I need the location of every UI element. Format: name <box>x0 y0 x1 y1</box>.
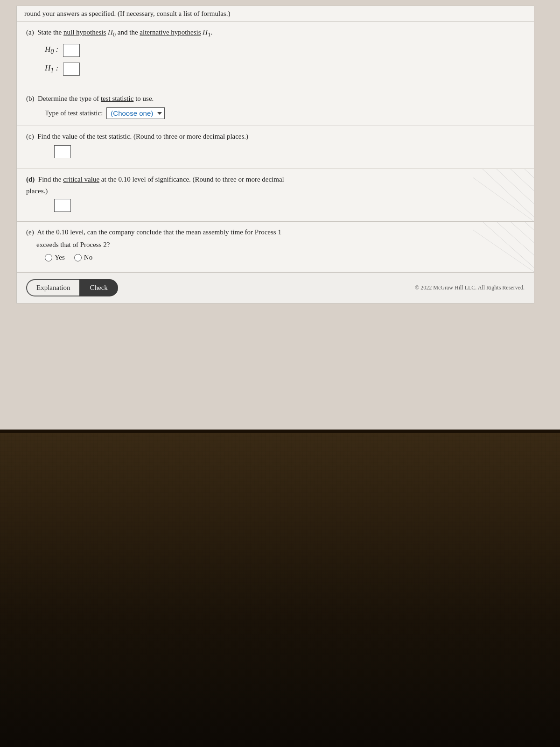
h0-label: H0 : <box>45 45 58 56</box>
keyboard-area <box>0 430 560 747</box>
section-a-label: (a) State the null hypothesis H0 and the… <box>26 28 525 38</box>
svg-line-8 <box>525 222 534 230</box>
svg-line-7 <box>511 222 534 243</box>
diagonal-lines-decoration-e <box>473 222 534 272</box>
section-e-label: (e) At the 0.10 level, can the company c… <box>26 228 525 236</box>
section-e-label2: exceeds that of Process 2? <box>26 241 525 249</box>
section-b: (b) Determine the type of test statistic… <box>17 88 534 126</box>
copyright-text: © 2022 McGraw Hill LLC. All Rights Reser… <box>415 284 525 291</box>
no-radio-circle[interactable] <box>74 254 82 261</box>
svg-line-0 <box>483 169 534 217</box>
test-statistic-input[interactable] <box>54 145 71 158</box>
section-d-label: (d) Find the critical value at the 0.10 … <box>26 176 525 183</box>
critical-value-input[interactable] <box>54 199 71 212</box>
h0-input[interactable] <box>63 44 80 57</box>
section-e: (e) At the 0.10 level, can the company c… <box>17 222 534 272</box>
svg-line-3 <box>525 169 534 178</box>
yes-label: Yes <box>55 254 65 261</box>
dropdown-label: Type of test statistic: <box>45 109 103 117</box>
check-button[interactable]: Check <box>79 279 118 296</box>
yes-radio-item[interactable]: Yes <box>45 254 65 261</box>
svg-line-4 <box>473 178 534 221</box>
section-c-label: (c) Find the value of the test statistic… <box>26 133 525 141</box>
section-c: (c) Find the value of the test statistic… <box>17 126 534 169</box>
bottom-bar: Explanation Check © 2022 McGraw Hill LLC… <box>17 272 534 303</box>
svg-line-5 <box>483 222 534 268</box>
h1-row: H1 : <box>45 63 525 76</box>
diagonal-lines-decoration-d <box>473 169 534 221</box>
action-buttons: Explanation Check <box>26 279 118 296</box>
no-radio-item[interactable]: No <box>74 254 92 261</box>
section-d: (d) Find the critical value at the 0.10 … <box>17 169 534 222</box>
yes-radio-circle[interactable] <box>45 254 52 261</box>
h1-input[interactable] <box>63 63 80 76</box>
section-b-label: (b) Determine the type of test statistic… <box>26 95 525 103</box>
instructions-bar: round your answers as specified. (If nec… <box>17 6 534 22</box>
section-d-label2: places.) <box>26 187 525 195</box>
h1-label: H1 : <box>45 63 58 74</box>
section-a: (a) State the null hypothesis H0 and the… <box>17 22 534 88</box>
keyboard-texture <box>0 433 560 747</box>
svg-line-2 <box>511 169 534 191</box>
instruction-text: round your answers as specified. (If nec… <box>24 10 230 17</box>
dropdown-container: Type of test statistic: (Choose one) z t… <box>45 107 525 119</box>
svg-line-9 <box>473 230 534 272</box>
no-label: No <box>84 254 92 261</box>
h0-row: H0 : <box>45 44 525 57</box>
test-statistic-dropdown[interactable]: (Choose one) z t Chi-square F <box>106 107 165 119</box>
explanation-button[interactable]: Explanation <box>26 279 80 296</box>
dropdown-wrapper[interactable]: (Choose one) z t Chi-square F <box>106 107 165 119</box>
yes-no-group: Yes No <box>45 254 525 261</box>
